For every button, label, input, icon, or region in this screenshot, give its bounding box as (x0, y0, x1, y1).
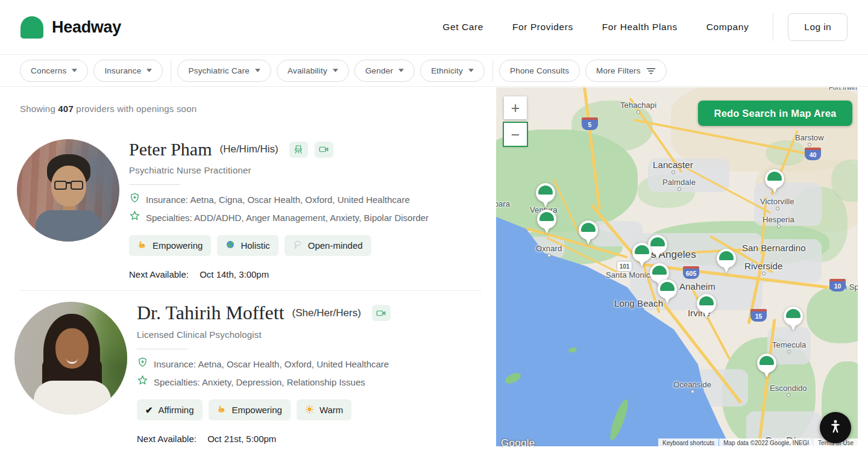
filter-group-divider (171, 60, 171, 82)
trait-pill: Empowering (209, 399, 291, 420)
redo-search-button[interactable]: Redo Search in Map Area (698, 101, 852, 126)
filter-availability[interactable]: Availability (277, 60, 349, 82)
provider-title: Psychiatric Nurse Practitioner (129, 165, 429, 175)
provider-photo[interactable] (14, 302, 127, 414)
thought-bubble-icon (293, 240, 303, 251)
provider-details: Dr. Tahirih Moffett (She/Her/Hers) Licen… (137, 302, 391, 444)
chevron-down-icon (146, 69, 152, 72)
chevron-down-icon (333, 69, 338, 72)
google-logo: Google (501, 437, 535, 446)
map-provider-pin[interactable] (579, 220, 598, 247)
specialties-text: Specialties: ADD/ADHD, Anger Management,… (146, 211, 429, 225)
provider-pronouns: (He/Him/His) (219, 143, 278, 155)
divider (129, 184, 180, 185)
map-provider-pin[interactable] (658, 279, 677, 306)
map-provider-pin[interactable] (765, 169, 784, 196)
summary-prefix: Showing (20, 104, 55, 114)
trait-pill: Open-minded (285, 235, 371, 256)
insurance-text: Insurance: Aetna, Oscar Health, Oxford, … (154, 358, 389, 371)
sun-icon (305, 405, 314, 416)
next-available-value: Oct 21st, 5:00pm (207, 434, 276, 444)
map-provider-pin[interactable] (717, 249, 736, 275)
nav-divider (773, 13, 773, 41)
video-session-icon (372, 305, 391, 321)
provider-card[interactable]: Dr. Tahirih Moffett (She/Her/Hers) Licen… (17, 302, 496, 444)
main-nav: Get CareFor ProvidersFor Health PlansCom… (442, 22, 749, 33)
nav-for-providers[interactable]: For Providers (512, 22, 573, 33)
insurance-shield-icon (137, 357, 148, 372)
filter-concerns[interactable]: Concerns (20, 60, 88, 82)
chevron-down-icon (468, 69, 474, 72)
video-session-icon (315, 142, 333, 158)
chevron-down-icon (255, 69, 260, 72)
muscle-icon (217, 404, 227, 416)
in-person-icon (289, 142, 308, 158)
next-available-value: Oct 14th, 3:00pm (200, 269, 269, 279)
provider-title: Licensed Clinical Psychologist (137, 329, 391, 340)
muscle-icon (137, 240, 147, 251)
next-available: Next Available: Oct 14th, 3:00pm (129, 269, 429, 279)
filter-gender[interactable]: Gender (354, 60, 415, 82)
map-zoom-control: + − (504, 96, 528, 146)
provider-card[interactable]: Peter Pham (He/Him/His) Psychiatric Nurs… (17, 139, 496, 279)
nav-get-care[interactable]: Get Care (442, 22, 483, 33)
accessibility-person-icon (828, 419, 843, 437)
chevron-down-icon (72, 69, 77, 72)
specialties-star-icon (137, 375, 148, 390)
provider-details: Peter Pham (He/Him/His) Psychiatric Nurs… (129, 139, 429, 279)
provider-photo-image (17, 139, 119, 242)
map-provider-pin[interactable] (536, 183, 555, 210)
insurance-text: Insurance: Aetna, Cigna, Oscar Health, O… (146, 193, 410, 207)
divider (137, 349, 188, 349)
trait-pill: Empowering (129, 235, 211, 256)
check-icon: ✔ (145, 405, 153, 415)
brand-name: Headway (52, 18, 121, 37)
results-count: 407 (58, 104, 74, 114)
filter-insurance[interactable]: Insurance (93, 60, 163, 82)
map-canvas[interactable]: Fort IrwinTehachapiBarstowLancasterPalmd… (496, 87, 858, 446)
card-separator (20, 290, 482, 291)
provider-results-list: Showing 407 providers with openings soon… (0, 87, 496, 468)
provider-name[interactable]: Dr. Tahirih Moffett (137, 302, 285, 324)
filter-psychiatric-care[interactable]: Psychiatric Care (177, 60, 271, 82)
headway-logo[interactable]: Headway (20, 16, 121, 39)
specialties-star-icon (129, 210, 140, 225)
results-summary: Showing 407 providers with openings soon (20, 104, 496, 114)
zoom-in-button[interactable]: + (504, 96, 527, 119)
chevron-down-icon (398, 69, 404, 72)
map-provider-pin[interactable] (757, 354, 776, 380)
headway-logo-icon (20, 16, 43, 39)
attribution-map-data-2022-google-inegi: Map data ©2022 Google, INEGI (719, 438, 813, 446)
next-available-label: Next Available: (137, 434, 197, 444)
provider-photo-image (14, 302, 127, 414)
specialties-text: Specialties: Anxiety, Depression, Relati… (154, 376, 365, 389)
trait-pill: Holistic (217, 235, 278, 256)
provider-name[interactable]: Peter Pham (129, 139, 212, 160)
next-available: Next Available: Oct 21st, 5:00pm (137, 434, 391, 444)
login-button[interactable]: Log in (788, 13, 848, 41)
main-content: Showing 407 providers with openings soon… (0, 87, 868, 468)
filter-bar: ConcernsInsurancePsychiatric CareAvailab… (0, 55, 868, 87)
filter-group-divider (492, 60, 493, 82)
accessibility-button[interactable] (820, 412, 851, 443)
globe-icon (225, 240, 235, 251)
provider-pronouns: (She/Her/Hers) (292, 307, 361, 319)
nav-for-health-plans[interactable]: For Health Plans (602, 22, 678, 33)
map-provider-pin[interactable] (632, 243, 652, 269)
map-provider-markers (496, 87, 858, 446)
filter-more-filters[interactable]: More Filters (585, 60, 667, 82)
map-provider-pin[interactable] (697, 294, 716, 320)
nav-company[interactable]: Company (706, 22, 749, 33)
top-nav-bar: Headway Get CareFor ProvidersFor Health … (0, 0, 868, 55)
map-provider-pin[interactable] (537, 210, 556, 236)
summary-suffix: providers with openings soon (76, 104, 197, 114)
filter-ethnicity[interactable]: Ethnicity (420, 60, 485, 82)
attribution-keyboard-shortcuts[interactable]: Keyboard shortcuts (658, 438, 719, 446)
map-provider-pin[interactable] (784, 307, 803, 333)
zoom-out-button[interactable]: − (504, 123, 527, 146)
insurance-shield-icon (129, 192, 140, 207)
provider-photo[interactable] (17, 139, 119, 242)
next-available-label: Next Available: (129, 269, 189, 279)
trait-pill: ✔Affirming (137, 399, 203, 420)
filter-phone-consults[interactable]: Phone Consults (499, 60, 580, 82)
